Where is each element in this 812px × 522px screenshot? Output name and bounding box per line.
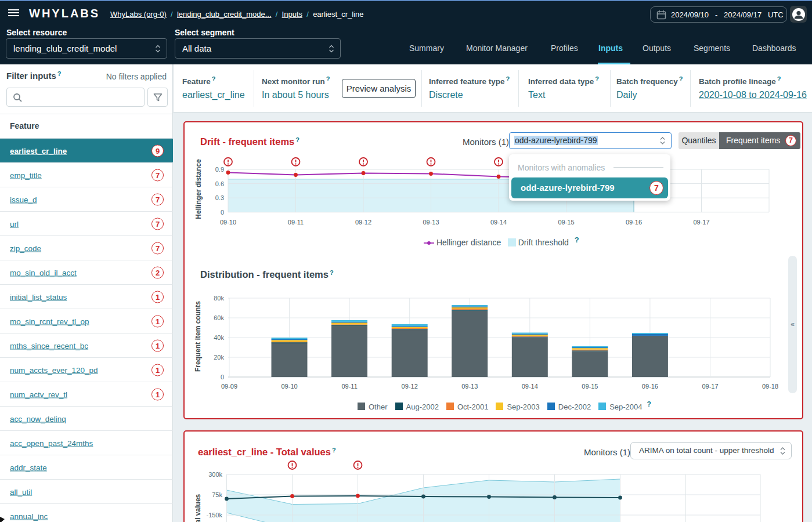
svg-text:09-10: 09-10 [281, 383, 297, 389]
svg-text:Hellinger distance: Hellinger distance [194, 159, 203, 219]
svg-text:09-11: 09-11 [341, 383, 357, 389]
svg-text:20k: 20k [214, 354, 224, 361]
svg-text:0: 0 [221, 374, 224, 380]
svg-text:09-15: 09-15 [582, 383, 598, 389]
svg-text:40k: 40k [214, 334, 224, 341]
svg-text:09-13: 09-13 [423, 219, 439, 226]
svg-text:09-15: 09-15 [558, 219, 574, 226]
svg-text:09-12: 09-12 [355, 219, 371, 226]
svg-text:09-13: 09-13 [461, 383, 478, 389]
svg-text:300k: 300k [208, 471, 222, 478]
svg-text:Total values: Total values [194, 494, 202, 522]
svg-text:09-12: 09-12 [402, 383, 418, 389]
svg-text:09-14: 09-14 [490, 219, 507, 226]
svg-text:09-10: 09-10 [220, 219, 236, 226]
svg-text:0.6: 0.6 [215, 180, 224, 187]
svg-text:75k: 75k [212, 491, 222, 498]
svg-text:0.3: 0.3 [215, 194, 224, 201]
svg-text:0.9: 0.9 [215, 166, 224, 173]
svg-text:09-11: 09-11 [288, 219, 304, 226]
svg-text:09-18: 09-18 [762, 383, 778, 389]
svg-text:09-14: 09-14 [522, 383, 538, 389]
svg-text:0: 0 [221, 209, 224, 216]
svg-text:09-16: 09-16 [642, 383, 658, 389]
svg-text:09-17: 09-17 [702, 383, 718, 389]
svg-text:-150k: -150k [206, 512, 222, 519]
svg-text:Frequent item counts: Frequent item counts [194, 301, 202, 372]
svg-text:60k: 60k [214, 314, 224, 321]
svg-text:09-17: 09-17 [693, 219, 709, 226]
svg-text:09-16: 09-16 [626, 219, 642, 226]
svg-text:09-09: 09-09 [221, 383, 237, 389]
svg-text:80k: 80k [214, 295, 224, 302]
